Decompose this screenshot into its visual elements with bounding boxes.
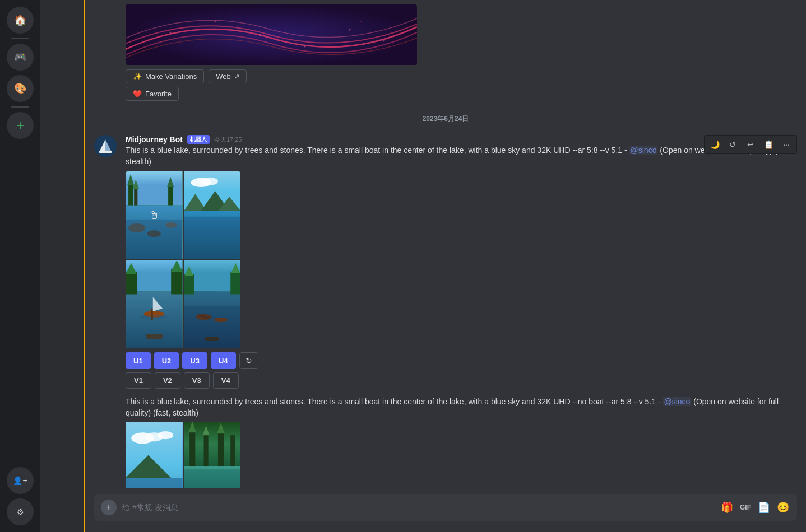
svg-point-9 [293, 54, 294, 55]
image-grid-container: 🖱 [126, 171, 797, 348]
variations-icon: ✨ [133, 72, 142, 81]
channel-sidebar [40, 0, 85, 532]
user-icon[interactable]: 👤+ [7, 467, 34, 494]
gif-button[interactable]: GIF [739, 502, 752, 512]
message-actions-hover: 🌙 ↺ ↩ 📋 ··· [704, 135, 797, 154]
grid-cell-small-1 [126, 422, 183, 488]
add-server-button[interactable]: + [7, 112, 34, 139]
message-body: Midjourney Bot 机器人 今天17:25 This is a blu… [126, 135, 797, 392]
svg-point-5 [349, 29, 351, 31]
v3-button[interactable]: V3 [184, 372, 210, 389]
svg-rect-49 [230, 272, 240, 295]
gift-button[interactable]: 🎁 [720, 500, 734, 515]
v1-button[interactable]: V1 [126, 372, 151, 389]
svg-point-3 [260, 35, 261, 36]
grid-cell-1: 🖱 [126, 171, 183, 259]
u3-button[interactable]: U3 [182, 352, 207, 369]
reply-button[interactable]: ↩ [743, 137, 758, 152]
web-label: Web [216, 72, 231, 81]
external-link-icon: ↗ [234, 73, 239, 80]
message-text-1: This is a blue lake, surrounded by trees… [126, 145, 797, 167]
svg-rect-39 [171, 269, 182, 295]
v2-button[interactable]: V2 [155, 372, 180, 389]
svg-point-58 [158, 431, 173, 439]
pin-button[interactable]: 📋 [761, 137, 776, 152]
message-time: 今天17:25 [214, 136, 242, 144]
u4-button[interactable]: U4 [211, 352, 236, 369]
sidebar-bottom: 👤+ ⚙ [7, 467, 34, 525]
svg-point-4 [304, 46, 306, 48]
message-text-2-body: This is a blue lake, surrounded by trees… [126, 397, 663, 406]
emoji-button[interactable]: 😊 [776, 500, 790, 515]
make-variations-button[interactable]: ✨ Make Variations [126, 69, 204, 83]
svg-rect-37 [126, 272, 137, 295]
home-icon[interactable]: 🏠 [7, 7, 34, 34]
web-button[interactable]: Web ↗ [209, 69, 247, 83]
image-grid[interactable]: 🖱 [126, 171, 240, 348]
svg-rect-54 [184, 305, 241, 348]
mention-sinco[interactable]: @sinco [629, 146, 658, 155]
svg-point-7 [181, 43, 182, 44]
svg-rect-34 [184, 217, 241, 259]
favorite-label: Favorite [145, 90, 172, 98]
chat-input[interactable] [122, 503, 714, 512]
cycle-button[interactable]: ↺ [725, 137, 740, 152]
add-attachment-button[interactable]: + [101, 500, 117, 515]
svg-rect-63 [189, 427, 195, 466]
main-content: ✨ Make Variations Web ↗ ❤️ Favorite 2023… [85, 0, 806, 532]
mention-sinco-2[interactable]: @sinco [663, 397, 691, 406]
svg-point-6 [383, 40, 385, 42]
second-message-section: This is a blue lake, surrounded by trees… [85, 394, 806, 488]
messages-area: ✨ Make Variations Web ↗ ❤️ Favorite 2023… [85, 0, 806, 488]
server-icon-2[interactable]: 🎨 [7, 75, 34, 102]
server-sidebar: 🏠 🎮 🎨 + 👤+ ⚙ [0, 0, 40, 532]
favorite-button[interactable]: ❤️ Favorite [126, 87, 179, 101]
moon-button[interactable]: 🌙 [707, 137, 722, 152]
svg-rect-21 [168, 185, 173, 206]
grid-cell-2 [184, 171, 241, 259]
heart-icon: ❤️ [133, 90, 142, 98]
message-text-2: This is a blue lake, surrounded by trees… [126, 396, 797, 418]
message-header: Midjourney Bot 机器人 今天17:25 [126, 135, 797, 144]
action-buttons: ✨ Make Variations Web ↗ [126, 69, 797, 83]
top-section: ✨ Make Variations Web ↗ ❤️ Favorite [85, 0, 806, 105]
wave-image [126, 4, 417, 65]
avatar [94, 135, 117, 157]
settings-icon[interactable]: ⚙ [7, 498, 34, 525]
svg-rect-26 [126, 220, 183, 259]
date-divider: 2023年6月24日 [85, 105, 806, 133]
svg-rect-47 [184, 274, 194, 295]
wave-image-container [126, 4, 417, 65]
message-author: Midjourney Bot [126, 135, 183, 144]
sidebar-separator [11, 38, 29, 39]
server-icon-1[interactable]: 🎮 [7, 44, 34, 71]
more-button[interactable]: ··· [779, 137, 794, 152]
grid-cell-3 [126, 260, 183, 348]
sticker-button[interactable]: 📄 [757, 500, 771, 515]
chat-input-area: + 🎁 GIF 📄 😊 [85, 488, 806, 532]
date-text: 2023年6月24日 [423, 114, 469, 124]
uv-buttons-row1: U1 U2 U3 U4 ↻ [126, 352, 797, 369]
u2-button[interactable]: U2 [154, 352, 179, 369]
refresh-button[interactable]: ↻ [239, 352, 258, 369]
svg-rect-70 [184, 469, 241, 488]
v4-button[interactable]: V4 [213, 372, 239, 389]
u1-button[interactable]: U1 [126, 352, 151, 369]
uv-buttons-row2: V1 V2 V3 V4 [126, 372, 797, 389]
message-text-body: This is a blue lake, surrounded by trees… [126, 146, 629, 155]
svg-point-8 [237, 26, 238, 27]
svg-rect-67 [217, 430, 223, 466]
svg-point-2 [215, 21, 216, 22]
chat-input-right: 🎁 GIF 📄 😊 [720, 500, 790, 515]
svg-point-1 [170, 32, 172, 34]
svg-rect-19 [134, 188, 137, 205]
svg-rect-69 [230, 436, 235, 467]
svg-point-30 [201, 178, 217, 185]
image-grid-small[interactable] [126, 422, 240, 488]
svg-point-10 [360, 21, 362, 22]
bot-badge: 机器人 [187, 135, 210, 144]
favorite-row: ❤️ Favorite [126, 87, 797, 101]
make-variations-label: Make Variations [145, 72, 197, 81]
svg-point-44 [140, 315, 168, 319]
chat-input-wrapper: + 🎁 GIF 📄 😊 [94, 494, 797, 521]
